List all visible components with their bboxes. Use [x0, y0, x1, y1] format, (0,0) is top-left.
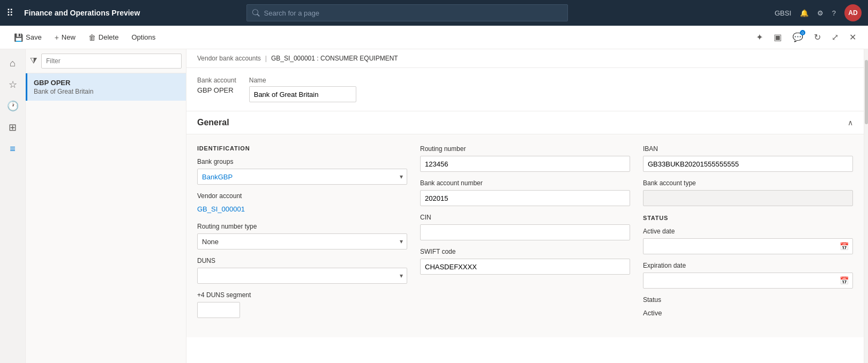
swift-code-field: SWIFT code — [420, 248, 630, 275]
new-button[interactable]: + New — [49, 30, 81, 45]
main-layout: ⌂ ☆ 🕐 ⊞ ≡ ⧩ GBP OPER Bank of Great Brita… — [0, 49, 868, 363]
sidebar-item-home[interactable]: ⌂ — [3, 54, 23, 73]
routing-number-input[interactable] — [420, 156, 630, 172]
sidebar-item-modules[interactable]: ≡ — [3, 139, 23, 158]
routing-number-type-select[interactable]: None ABA SWIFT — [197, 233, 407, 249]
left-nav: ⌂ ☆ 🕐 ⊞ ≡ — [0, 49, 26, 363]
active-date-input[interactable] — [643, 238, 853, 254]
iban-input[interactable] — [643, 156, 853, 172]
status-field-label: Status — [643, 296, 853, 304]
routing-number-type-field: Routing number type None ABA SWIFT ▾ — [197, 223, 407, 249]
scrollbar[interactable] — [864, 49, 868, 363]
open-icon[interactable]: ⤢ — [828, 29, 842, 46]
scroll-thumb[interactable] — [865, 60, 868, 124]
top-nav-bar: ⠿ Finance and Operations Preview GBSI 🔔 … — [0, 0, 868, 26]
expiration-date-label: Expiration date — [643, 262, 853, 269]
routing-column: Routing number Bank account number CIN S… — [420, 145, 630, 282]
breadcrumb-parent[interactable]: Vendor bank accounts — [197, 55, 261, 62]
breadcrumb-separator: | — [265, 55, 267, 62]
general-section-content: IDENTIFICATION Bank groups BankGBP ▾ Ven… — [186, 134, 864, 337]
bank-account-number-field: Bank account number — [420, 179, 630, 206]
refresh-icon[interactable]: ↻ — [811, 29, 824, 46]
collapse-icon[interactable]: ∧ — [848, 118, 853, 127]
close-icon[interactable]: ✕ — [846, 29, 859, 46]
app-title: Finance and Operations Preview — [24, 9, 140, 17]
search-icon — [252, 9, 259, 17]
status-field: Status Active — [643, 296, 853, 319]
bank-account-type-field: Bank account type — [643, 179, 853, 206]
expiration-date-wrapper: 📅 — [643, 273, 853, 289]
routing-number-label: Routing number — [420, 145, 630, 153]
duns-field: DUNS ▾ — [197, 257, 407, 284]
top-bar-right-area: GBSI 🔔 ⚙ ? AD — [775, 4, 862, 21]
breadcrumb-current: GB_SI_000001 : CONSUMER EQUIPMENT — [271, 55, 398, 62]
status-section-label: STATUS — [643, 215, 853, 221]
bank-groups-select[interactable]: BankGBP — [197, 169, 407, 185]
duns-select[interactable] — [197, 268, 407, 284]
iban-label: IBAN — [643, 145, 853, 153]
sidebar-item-favorites[interactable]: ☆ — [3, 75, 23, 94]
delete-icon: 🗑 — [88, 33, 96, 42]
cin-label: CIN — [420, 214, 630, 221]
search-bar[interactable] — [246, 4, 568, 21]
settings-icon[interactable]: ⚙ — [817, 9, 824, 17]
swift-code-input[interactable] — [420, 259, 630, 275]
bank-groups-field: Bank groups BankGBP ▾ — [197, 158, 407, 185]
avatar[interactable]: AD — [844, 4, 862, 21]
vendor-account-label: Vendor account — [197, 192, 407, 200]
save-icon: 💾 — [14, 33, 23, 42]
sidebar-item-workspaces[interactable]: ⊞ — [3, 118, 23, 137]
bank-account-header: Bank account GBP OPER Name — [186, 68, 864, 111]
bank-account-label: Bank account — [197, 77, 236, 84]
list-panel-toolbar: ⧩ — [26, 49, 186, 73]
options-button[interactable]: Options — [126, 30, 161, 44]
bank-account-value: GBP OPER — [197, 86, 236, 94]
sidebar-item-recent[interactable]: 🕐 — [3, 96, 23, 116]
cin-input[interactable] — [420, 224, 630, 240]
command-bar: 💾 Save + New 🗑 Delete Options ✦ ▣ 💬 0 ↻ … — [0, 26, 868, 49]
duns-4-field: +4 DUNS segment — [197, 291, 407, 318]
duns-4-label: +4 DUNS segment — [197, 291, 407, 299]
bank-account-field: Bank account GBP OPER — [197, 77, 236, 94]
list-panel: ⧩ GBP OPER Bank of Great Britain — [26, 49, 186, 363]
vendor-account-field: Vendor account GB_SI_000001 — [197, 192, 407, 215]
duns-4-input[interactable] — [197, 302, 240, 318]
notification-icon[interactable]: 🔔 — [800, 9, 809, 17]
duns-select-wrapper: ▾ — [197, 268, 407, 284]
status-section: STATUS Active date 📅 Expiration date 📅 — [643, 215, 853, 319]
bank-account-type-input — [643, 190, 853, 206]
filter-input[interactable] — [46, 57, 177, 65]
expiration-date-field: Expiration date 📅 — [643, 262, 853, 289]
identification-column: IDENTIFICATION Bank groups BankGBP ▾ Ven… — [197, 145, 407, 326]
general-section-header[interactable]: General ∧ — [186, 111, 864, 134]
bank-name-field: Name — [249, 77, 356, 102]
list-item[interactable]: GBP OPER Bank of Great Britain — [26, 73, 186, 101]
bank-account-number-label: Bank account number — [420, 179, 630, 187]
panel-icon[interactable]: ▣ — [770, 29, 785, 46]
active-date-wrapper: 📅 — [643, 238, 853, 254]
personalize-icon[interactable]: ✦ — [753, 29, 766, 46]
delete-button[interactable]: 🗑 Delete — [83, 30, 124, 45]
help-icon[interactable]: ? — [832, 9, 836, 17]
vendor-account-link[interactable]: GB_SI_000001 — [197, 203, 407, 215]
message-icon[interactable]: 💬 0 — [789, 29, 806, 46]
bank-account-type-label: Bank account type — [643, 179, 853, 187]
save-button[interactable]: 💾 Save — [9, 30, 47, 45]
duns-label: DUNS — [197, 257, 407, 264]
bank-groups-label: Bank groups — [197, 158, 407, 165]
filter-icon[interactable]: ⧩ — [30, 56, 37, 66]
status-badge: Active — [643, 307, 853, 319]
command-bar-right: ✦ ▣ 💬 0 ↻ ⤢ ✕ — [753, 29, 859, 46]
search-input[interactable] — [264, 9, 563, 17]
message-badge: 0 — [800, 30, 805, 35]
bank-name-input[interactable] — [249, 86, 356, 102]
routing-number-type-label: Routing number type — [197, 223, 407, 230]
bank-name-label: Name — [249, 77, 356, 84]
grid-icon[interactable]: ⠿ — [6, 7, 13, 19]
org-code: GBSI — [775, 9, 791, 17]
routing-number-field: Routing number — [420, 145, 630, 172]
filter-input-wrapper[interactable] — [41, 54, 182, 69]
iban-status-column: IBAN Bank account type STATUS Active dat… — [643, 145, 853, 327]
expiration-date-input[interactable] — [643, 273, 853, 289]
bank-account-number-input[interactable] — [420, 190, 630, 206]
